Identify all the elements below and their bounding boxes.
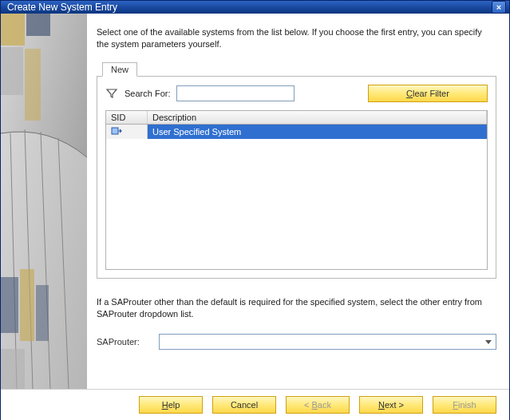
search-label: Search For: [125, 89, 170, 98]
button-bar: Help Cancel < Back Next > Finish [1, 389, 509, 420]
main-panel: Select one of the available systems from… [87, 14, 509, 389]
saprouter-dropdown[interactable] [159, 334, 496, 350]
saprouter-help-text: If a SAProuter other than the default is… [97, 296, 496, 320]
systems-grid[interactable]: SID Description User Specified System [105, 110, 488, 270]
svg-rect-12 [1, 349, 25, 389]
tab-new[interactable]: New [102, 62, 137, 77]
wizard-side-image [1, 14, 87, 389]
titlebar: Create New System Entry × [1, 1, 509, 14]
svg-rect-3 [1, 47, 23, 95]
clear-filter-button[interactable]: Clear Filter [368, 85, 488, 102]
col-header-description[interactable]: Description [148, 111, 487, 124]
grid-header: SID Description [106, 111, 487, 125]
svg-rect-4 [25, 49, 41, 121]
help-button[interactable]: Help [139, 396, 203, 414]
svg-rect-11 [36, 285, 49, 341]
systems-panel: New Search For: Clear Filter [97, 76, 496, 279]
filter-icon[interactable] [105, 87, 118, 100]
saprouter-row: SAProuter: [97, 334, 496, 350]
content-area: Select one of the available systems from… [1, 14, 509, 389]
saprouter-value [160, 339, 169, 343]
table-row[interactable]: User Specified System [106, 125, 487, 139]
col-header-sid[interactable]: SID [106, 111, 148, 124]
close-button[interactable]: × [492, 1, 506, 14]
close-icon: × [496, 2, 501, 12]
finish-button: Finish [433, 396, 496, 414]
svg-rect-9 [1, 277, 18, 333]
tab-label: New [111, 65, 128, 74]
cell-description: User Specified System [148, 126, 487, 137]
wizard-window: Create New System Entry × [0, 0, 510, 420]
svg-rect-2 [26, 14, 50, 36]
cancel-button[interactable]: Cancel [212, 396, 276, 414]
window-title: Create New System Entry [7, 2, 492, 13]
search-row: Search For: Clear Filter [97, 77, 496, 109]
system-row-icon [106, 125, 148, 139]
back-button: < Back [286, 396, 350, 414]
saprouter-label: SAProuter: [97, 337, 140, 347]
svg-rect-10 [20, 269, 34, 341]
svg-rect-13 [112, 128, 118, 134]
search-input[interactable] [176, 85, 295, 101]
window-body: Select one of the available systems from… [1, 14, 509, 420]
instructions-text: Select one of the available systems from… [97, 26, 496, 50]
svg-rect-1 [1, 14, 25, 46]
next-button[interactable]: Next > [359, 396, 423, 414]
